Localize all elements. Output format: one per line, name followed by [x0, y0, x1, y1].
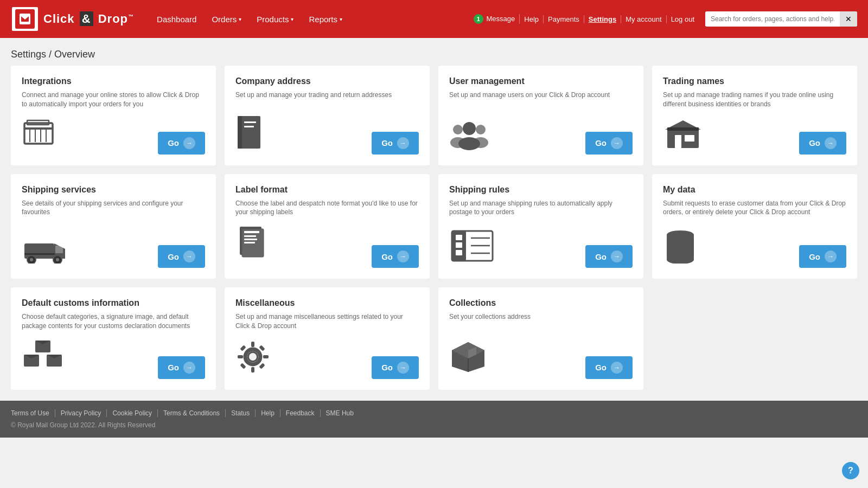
card-company-address-title: Company address — [235, 76, 419, 86]
svg-point-31 — [30, 258, 33, 261]
link-log-out[interactable]: Log out — [667, 15, 699, 23]
svg-rect-70 — [240, 363, 246, 369]
products-chevron-icon: ▾ — [291, 16, 293, 22]
go-arrow-icon-4: → — [825, 137, 837, 149]
go-arrow-icon: → — [183, 137, 195, 149]
footer-link-cookie-policy[interactable]: Cookie Policy — [107, 409, 158, 417]
footer: Terms of Use Privacy Policy Cookie Polic… — [0, 401, 868, 438]
go-button-shipping-services[interactable]: Go → — [158, 245, 205, 268]
logo-amp: & — [80, 11, 93, 26]
svg-rect-11 — [24, 123, 53, 144]
search-button[interactable]: ✕ — [840, 11, 857, 27]
go-button-trading-names[interactable]: Go → — [799, 132, 846, 155]
svg-point-33 — [56, 258, 59, 261]
link-help[interactable]: Help — [520, 15, 544, 23]
footer-link-terms-conditions[interactable]: Terms & Conditions — [158, 409, 226, 417]
svg-point-20 — [476, 125, 486, 134]
empty-cell — [652, 287, 857, 390]
card-user-management: User management Set up and manage users … — [438, 66, 643, 165]
link-settings[interactable]: Settings — [584, 15, 621, 23]
nav-reports[interactable]: Reports ▾ — [302, 10, 349, 28]
svg-rect-65 — [251, 367, 254, 373]
go-button-collections[interactable]: Go → — [585, 356, 633, 379]
footer-links: Terms of Use Privacy Policy Cookie Polic… — [11, 409, 857, 417]
breadcrumb: Settings / Overview — [0, 38, 868, 66]
go-button-shipping-rules[interactable]: Go → — [585, 245, 633, 268]
go-button-default-customs[interactable]: Go → — [158, 356, 205, 379]
card-shipping-rules-bottom: Go → — [449, 228, 633, 268]
card-my-data-title: My data — [663, 185, 846, 195]
card-user-management-title: User management — [449, 76, 633, 86]
card-shipping-services: Shipping services See details of your sh… — [11, 174, 216, 279]
footer-link-sme-hub[interactable]: SME Hub — [321, 409, 359, 417]
card-miscellaneous: Miscellaneous Set up and manage miscella… — [225, 287, 430, 390]
search-input[interactable] — [705, 12, 840, 26]
card-integrations-bottom: Go → — [22, 118, 205, 155]
basket-icon — [22, 118, 60, 155]
card-integrations-title: Integrations — [22, 76, 205, 86]
go-arrow-icon-10: → — [397, 362, 409, 374]
svg-rect-34 — [24, 253, 55, 255]
svg-rect-71 — [259, 363, 265, 369]
go-button-label-format[interactable]: Go → — [372, 245, 419, 268]
main-content: Integrations Connect and manage your onl… — [0, 66, 868, 401]
svg-rect-40 — [244, 242, 255, 243]
svg-rect-66 — [238, 355, 243, 358]
footer-link-feedback[interactable]: Feedback — [280, 409, 321, 417]
card-miscellaneous-title: Miscellaneous — [235, 298, 419, 308]
nav-dashboard[interactable]: Dashboard — [150, 10, 203, 28]
card-shipping-services-bottom: Go → — [22, 234, 205, 268]
footer-link-terms-of-use[interactable]: Terms of Use — [11, 409, 55, 417]
go-button-company-address[interactable]: Go → — [372, 132, 419, 155]
svg-rect-38 — [244, 235, 256, 237]
svg-rect-26 — [667, 127, 699, 131]
link-payments[interactable]: Payments — [544, 15, 584, 23]
royal-mail-logo — [15, 9, 35, 29]
svg-rect-68 — [240, 345, 246, 351]
link-message[interactable]: 1 Message — [469, 14, 520, 24]
header-right: 1 Message Help Payments Settings My acco… — [469, 11, 857, 27]
svg-rect-25 — [685, 135, 694, 142]
footer-link-privacy-policy[interactable]: Privacy Policy — [55, 409, 107, 417]
go-button-miscellaneous[interactable]: Go → — [372, 356, 419, 379]
go-button-integrations[interactable]: Go → — [158, 132, 205, 155]
card-company-address-bottom: Go → — [235, 115, 419, 155]
card-company-address: Company address Set up and manage your t… — [225, 66, 430, 165]
database-icon — [663, 228, 698, 268]
orders-chevron-icon: ▾ — [239, 16, 241, 22]
nav-products[interactable]: Products ▾ — [250, 10, 300, 28]
svg-point-16 — [463, 122, 476, 135]
svg-rect-24 — [675, 135, 681, 148]
card-collections-desc: Set your collections address — [449, 312, 633, 331]
card-my-data: My data Submit requests to erase custome… — [652, 174, 857, 279]
footer-link-status[interactable]: Status — [226, 409, 256, 417]
card-default-customs-bottom: Go → — [22, 339, 205, 379]
card-miscellaneous-desc: Set up and manage miscellaneous settings… — [235, 312, 419, 331]
go-arrow-icon-5: → — [183, 251, 195, 262]
go-button-user-management[interactable]: Go → — [585, 132, 633, 155]
card-my-data-desc: Submit requests to erase customer data f… — [663, 199, 846, 220]
message-badge: 1 — [474, 14, 483, 24]
card-shipping-services-desc: See details of your shipping services an… — [22, 199, 205, 226]
go-arrow-icon-7: → — [611, 251, 623, 262]
svg-rect-29 — [55, 246, 63, 253]
link-my-account[interactable]: My account — [621, 15, 666, 23]
nav-orders[interactable]: Orders ▾ — [205, 10, 248, 28]
card-trading-names-title: Trading names — [663, 76, 846, 86]
svg-rect-64 — [251, 342, 254, 347]
go-arrow-icon-6: → — [397, 251, 409, 262]
svg-rect-39 — [244, 239, 257, 240]
card-default-customs-desc: Choose default categories, a signature i… — [22, 312, 205, 331]
card-default-customs-title: Default customs information — [22, 298, 205, 308]
footer-link-help[interactable]: Help — [256, 409, 280, 417]
card-trading-names-bottom: Go → — [663, 118, 846, 155]
svg-rect-69 — [259, 345, 265, 351]
logo-area: Click & Drop™ — [11, 6, 134, 32]
search-box: ✕ — [705, 11, 857, 27]
go-arrow-icon-3: → — [611, 137, 623, 149]
svg-rect-15 — [244, 126, 254, 127]
card-default-customs: Default customs information Choose defau… — [11, 287, 216, 390]
svg-rect-12 — [240, 116, 260, 149]
go-button-my-data[interactable]: Go → — [799, 245, 846, 268]
boxes-icon — [22, 339, 65, 379]
